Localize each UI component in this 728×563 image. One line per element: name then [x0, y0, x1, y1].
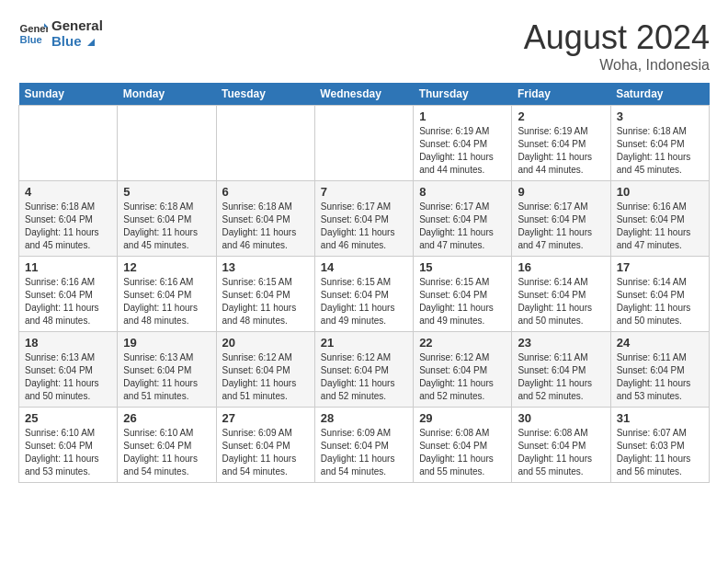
location: Woha, Indonesia — [524, 57, 710, 74]
day-info: Sunrise: 6:16 AM Sunset: 6:04 PM Dayligh… — [617, 201, 703, 252]
day-number: 8 — [419, 185, 506, 199]
calendar-cell: 26Sunrise: 6:10 AM Sunset: 6:04 PM Dayli… — [118, 408, 216, 483]
day-info: Sunrise: 6:16 AM Sunset: 6:04 PM Dayligh… — [123, 276, 210, 327]
day-info: Sunrise: 6:16 AM Sunset: 6:04 PM Dayligh… — [25, 276, 111, 327]
weekday-header: Sunday — [19, 83, 118, 106]
calendar-cell — [19, 106, 118, 181]
logo: General Blue General Blue — [18, 18, 103, 49]
day-info: Sunrise: 6:18 AM Sunset: 6:04 PM Dayligh… — [617, 125, 703, 177]
day-number: 10 — [617, 185, 703, 199]
day-info: Sunrise: 6:18 AM Sunset: 6:04 PM Dayligh… — [222, 201, 309, 252]
day-info: Sunrise: 6:18 AM Sunset: 6:04 PM Dayligh… — [123, 201, 210, 252]
calendar-cell: 15Sunrise: 6:15 AM Sunset: 6:04 PM Dayli… — [414, 257, 512, 332]
day-info: Sunrise: 6:07 AM Sunset: 6:03 PM Dayligh… — [617, 427, 703, 478]
logo-line1: General — [51, 18, 103, 34]
calendar-week-row: 18Sunrise: 6:13 AM Sunset: 6:04 PM Dayli… — [19, 332, 710, 408]
day-number: 7 — [321, 185, 407, 199]
calendar-cell: 4Sunrise: 6:18 AM Sunset: 6:04 PM Daylig… — [19, 181, 118, 257]
calendar-cell — [314, 106, 413, 181]
weekday-header: Saturday — [610, 83, 709, 106]
calendar-cell: 8Sunrise: 6:17 AM Sunset: 6:04 PM Daylig… — [414, 181, 512, 257]
day-info: Sunrise: 6:19 AM Sunset: 6:04 PM Dayligh… — [419, 125, 506, 177]
day-info: Sunrise: 6:12 AM Sunset: 6:04 PM Dayligh… — [321, 351, 407, 403]
day-number: 30 — [518, 411, 604, 425]
day-number: 18 — [25, 336, 111, 350]
calendar-cell: 7Sunrise: 6:17 AM Sunset: 6:04 PM Daylig… — [314, 181, 413, 257]
weekday-header: Thursday — [414, 83, 512, 106]
calendar-cell: 3Sunrise: 6:18 AM Sunset: 6:04 PM Daylig… — [610, 106, 709, 181]
day-info: Sunrise: 6:14 AM Sunset: 6:04 PM Dayligh… — [617, 276, 703, 327]
calendar-cell: 1Sunrise: 6:19 AM Sunset: 6:04 PM Daylig… — [414, 106, 512, 181]
day-number: 4 — [25, 185, 111, 199]
day-number: 20 — [222, 336, 309, 350]
day-number: 15 — [419, 260, 506, 274]
calendar-week-row: 11Sunrise: 6:16 AM Sunset: 6:04 PM Dayli… — [19, 257, 710, 332]
calendar-cell: 20Sunrise: 6:12 AM Sunset: 6:04 PM Dayli… — [216, 332, 314, 408]
calendar-cell: 13Sunrise: 6:15 AM Sunset: 6:04 PM Dayli… — [216, 257, 314, 332]
day-number: 3 — [617, 109, 703, 123]
day-number: 25 — [25, 411, 111, 425]
calendar-cell: 30Sunrise: 6:08 AM Sunset: 6:04 PM Dayli… — [512, 408, 610, 483]
calendar-cell: 14Sunrise: 6:15 AM Sunset: 6:04 PM Dayli… — [314, 257, 413, 332]
day-info: Sunrise: 6:12 AM Sunset: 6:04 PM Dayligh… — [222, 351, 309, 403]
weekday-header: Friday — [512, 83, 610, 106]
day-number: 13 — [222, 260, 309, 274]
day-number: 17 — [617, 260, 703, 274]
calendar-week-row: 4Sunrise: 6:18 AM Sunset: 6:04 PM Daylig… — [19, 181, 710, 257]
calendar-cell: 9Sunrise: 6:17 AM Sunset: 6:04 PM Daylig… — [512, 181, 610, 257]
calendar-cell: 21Sunrise: 6:12 AM Sunset: 6:04 PM Dayli… — [314, 332, 413, 408]
calendar-cell: 11Sunrise: 6:16 AM Sunset: 6:04 PM Dayli… — [19, 257, 118, 332]
day-info: Sunrise: 6:10 AM Sunset: 6:04 PM Dayligh… — [25, 427, 111, 478]
day-info: Sunrise: 6:08 AM Sunset: 6:04 PM Dayligh… — [419, 427, 506, 478]
day-number: 21 — [321, 336, 407, 350]
day-info: Sunrise: 6:15 AM Sunset: 6:04 PM Dayligh… — [222, 276, 309, 327]
calendar-cell: 25Sunrise: 6:10 AM Sunset: 6:04 PM Dayli… — [19, 408, 118, 483]
title-area: August 2024 Woha, Indonesia — [524, 18, 710, 74]
day-info: Sunrise: 6:17 AM Sunset: 6:04 PM Dayligh… — [518, 201, 604, 252]
day-number: 19 — [123, 336, 210, 350]
calendar-cell: 10Sunrise: 6:16 AM Sunset: 6:04 PM Dayli… — [610, 181, 709, 257]
day-info: Sunrise: 6:10 AM Sunset: 6:04 PM Dayligh… — [123, 427, 210, 478]
calendar-cell — [216, 106, 314, 181]
page-header: General Blue General Blue August 2024 Wo… — [18, 18, 710, 74]
day-info: Sunrise: 6:17 AM Sunset: 6:04 PM Dayligh… — [321, 201, 407, 252]
calendar-cell: 16Sunrise: 6:14 AM Sunset: 6:04 PM Dayli… — [512, 257, 610, 332]
day-number: 29 — [419, 411, 506, 425]
day-number: 16 — [518, 260, 604, 274]
day-number: 12 — [123, 260, 210, 274]
month-title: August 2024 — [524, 18, 710, 57]
calendar-cell: 24Sunrise: 6:11 AM Sunset: 6:04 PM Dayli… — [610, 332, 709, 408]
calendar-cell: 17Sunrise: 6:14 AM Sunset: 6:04 PM Dayli… — [610, 257, 709, 332]
calendar-cell: 27Sunrise: 6:09 AM Sunset: 6:04 PM Dayli… — [216, 408, 314, 483]
calendar-cell: 31Sunrise: 6:07 AM Sunset: 6:03 PM Dayli… — [610, 408, 709, 483]
weekday-header-row: SundayMondayTuesdayWednesdayThursdayFrid… — [19, 83, 710, 106]
calendar-cell: 12Sunrise: 6:16 AM Sunset: 6:04 PM Dayli… — [118, 257, 216, 332]
calendar-week-row: 1Sunrise: 6:19 AM Sunset: 6:04 PM Daylig… — [19, 106, 710, 181]
day-number: 2 — [518, 109, 604, 123]
day-info: Sunrise: 6:19 AM Sunset: 6:04 PM Dayligh… — [518, 125, 604, 177]
day-info: Sunrise: 6:08 AM Sunset: 6:04 PM Dayligh… — [518, 427, 604, 478]
day-info: Sunrise: 6:18 AM Sunset: 6:04 PM Dayligh… — [25, 201, 111, 252]
calendar-cell: 2Sunrise: 6:19 AM Sunset: 6:04 PM Daylig… — [512, 106, 610, 181]
calendar-cell — [118, 106, 216, 181]
calendar-cell: 5Sunrise: 6:18 AM Sunset: 6:04 PM Daylig… — [118, 181, 216, 257]
calendar-cell: 28Sunrise: 6:09 AM Sunset: 6:04 PM Dayli… — [314, 408, 413, 483]
day-info: Sunrise: 6:15 AM Sunset: 6:04 PM Dayligh… — [321, 276, 407, 327]
day-number: 23 — [518, 336, 604, 350]
day-number: 1 — [419, 109, 506, 123]
day-number: 9 — [518, 185, 604, 199]
day-number: 27 — [222, 411, 309, 425]
day-info: Sunrise: 6:09 AM Sunset: 6:04 PM Dayligh… — [321, 427, 407, 478]
day-info: Sunrise: 6:13 AM Sunset: 6:04 PM Dayligh… — [25, 351, 111, 403]
logo-icon: General Blue — [18, 19, 48, 49]
day-info: Sunrise: 6:13 AM Sunset: 6:04 PM Dayligh… — [123, 351, 210, 403]
day-number: 26 — [123, 411, 210, 425]
day-number: 14 — [321, 260, 407, 274]
svg-text:Blue: Blue — [20, 33, 42, 44]
svg-text:General: General — [20, 23, 48, 34]
weekday-header: Wednesday — [314, 83, 413, 106]
day-info: Sunrise: 6:15 AM Sunset: 6:04 PM Dayligh… — [419, 276, 506, 327]
day-info: Sunrise: 6:09 AM Sunset: 6:04 PM Dayligh… — [222, 427, 309, 478]
weekday-header: Monday — [118, 83, 216, 106]
day-info: Sunrise: 6:11 AM Sunset: 6:04 PM Dayligh… — [518, 351, 604, 403]
